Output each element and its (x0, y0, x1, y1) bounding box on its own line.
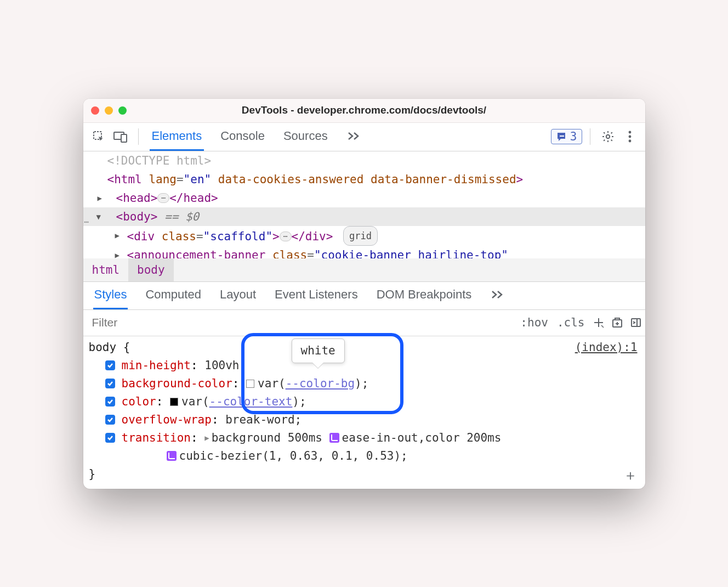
close-window-button[interactable] (91, 106, 99, 115)
issues-badge[interactable]: 3 (551, 129, 582, 144)
maximize-window-button[interactable] (118, 106, 127, 115)
property-checkbox[interactable] (105, 379, 115, 388)
rule-close-brace: } (89, 465, 640, 483)
copy-styles-icon[interactable] (608, 317, 627, 329)
tab-elements[interactable]: Elements (150, 123, 204, 151)
expand-triangle-icon[interactable]: ▶ (204, 429, 209, 447)
subtab-layout[interactable]: Layout (219, 282, 257, 309)
property-checkbox[interactable] (105, 433, 115, 443)
body-node-selected[interactable]: ⋯ ▼ <body> == $0 (83, 207, 645, 226)
property-overflow-wrap[interactable]: overflow-wrap: break-word; (89, 411, 640, 429)
subtab-dom-breakpoints[interactable]: DOM Breakpoints (376, 282, 473, 309)
property-checkbox[interactable] (105, 397, 115, 407)
svg-point-5 (628, 131, 631, 134)
devtools-window: DevTools - developer.chrome.com/docs/dev… (83, 99, 645, 489)
main-toolbar: Elements Console Sources 3 (83, 123, 645, 151)
inspect-element-icon[interactable] (89, 127, 109, 146)
expand-arrow-icon[interactable]: ▶ (115, 246, 120, 258)
head-node[interactable]: ▶ <head>⋯</head> (83, 189, 645, 207)
toolbar-separator (590, 128, 590, 145)
add-property-icon[interactable]: ＋ (623, 466, 638, 484)
property-transition[interactable]: transition: ▶background 500ms ease-in-ou… (89, 429, 640, 447)
svg-point-7 (628, 140, 631, 143)
rule-selector[interactable]: body { (89, 338, 640, 357)
subtab-computed[interactable]: Computed (144, 282, 202, 309)
subtab-styles[interactable]: Styles (93, 282, 128, 309)
color-swatch-white[interactable] (246, 380, 254, 388)
dom-tree-panel[interactable]: <!DOCTYPE html> <html lang="en" data-coo… (83, 151, 645, 258)
property-checkbox[interactable] (105, 360, 115, 370)
more-subtabs-button[interactable] (489, 282, 505, 309)
styles-rules-panel[interactable]: (index):1 body { min-height: 100vh; back… (83, 336, 645, 489)
minimize-window-button[interactable] (105, 106, 113, 115)
tab-sources[interactable]: Sources (281, 123, 330, 151)
issues-count: 3 (570, 130, 577, 143)
property-background-color[interactable]: background-color: var(--color-bg); (89, 375, 640, 393)
subtab-event-listeners[interactable]: Event Listeners (274, 282, 359, 309)
cls-toggle[interactable]: .cls (553, 316, 589, 329)
property-transition-cont[interactable]: cubic-bezier(1, 0.63, 0.1, 0.53); (89, 447, 640, 465)
ellipsis-badge[interactable]: ⋯ (157, 193, 169, 203)
svg-rect-9 (632, 319, 640, 326)
expand-arrow-icon[interactable]: ▶ (98, 189, 102, 207)
doctype-node[interactable]: <!DOCTYPE html> (83, 151, 645, 170)
styles-subtabs: Styles Computed Layout Event Listeners D… (83, 281, 645, 310)
svg-rect-3 (560, 136, 564, 137)
titlebar: DevTools - developer.chrome.com/docs/dev… (83, 99, 645, 123)
dom-breadcrumb: html body (83, 258, 645, 281)
svg-rect-2 (121, 134, 127, 142)
div-scaffold-node[interactable]: ▶ <div class="scaffold">⋯</div> grid (83, 226, 645, 246)
html-node[interactable]: <html lang="en" data-cookies-answered da… (83, 170, 645, 189)
hov-toggle[interactable]: :hov (516, 316, 553, 329)
main-tabs: Elements Console Sources (150, 123, 363, 151)
breadcrumb-html[interactable]: html (83, 258, 129, 281)
settings-gear-icon[interactable] (598, 127, 618, 146)
tab-console[interactable]: Console (218, 123, 267, 151)
expand-arrow-icon[interactable]: ▶ (115, 226, 120, 245)
toolbar-separator (138, 128, 139, 145)
ellipsis-badge[interactable]: ⋯ (280, 232, 292, 241)
announcement-banner-node[interactable]: ▶ <announcement-banner class="cookie-ban… (83, 246, 645, 258)
more-tabs-button[interactable] (344, 123, 363, 151)
property-min-height[interactable]: min-height: 100vh; (89, 357, 640, 375)
property-color[interactable]: color: var(--color-text); (89, 393, 640, 411)
grid-badge[interactable]: grid (343, 226, 378, 246)
breadcrumb-body[interactable]: body (128, 258, 174, 281)
styles-filter-bar: :hov .cls (83, 310, 645, 336)
kebab-menu-icon[interactable] (620, 127, 640, 146)
device-toolbar-icon[interactable] (111, 127, 130, 146)
color-swatch-black[interactable] (170, 398, 178, 406)
new-style-rule-icon[interactable] (589, 317, 608, 329)
svg-point-4 (606, 135, 609, 138)
traffic-lights (91, 106, 127, 115)
window-title: DevTools - developer.chrome.com/docs/dev… (83, 104, 645, 116)
css-var-link[interactable]: --color-bg (286, 377, 355, 390)
collapse-arrow-icon[interactable]: ▼ (96, 207, 101, 226)
color-tooltip: white (292, 338, 345, 363)
css-var-link[interactable]: --color-text (209, 395, 293, 408)
toggle-sidebar-icon[interactable] (627, 317, 645, 329)
styles-filter-input[interactable] (83, 310, 516, 336)
svg-point-6 (628, 136, 631, 138)
property-checkbox[interactable] (105, 415, 115, 425)
easing-editor-icon[interactable] (167, 451, 177, 461)
easing-editor-icon[interactable] (329, 433, 339, 443)
source-link[interactable]: (index):1 (575, 338, 638, 357)
